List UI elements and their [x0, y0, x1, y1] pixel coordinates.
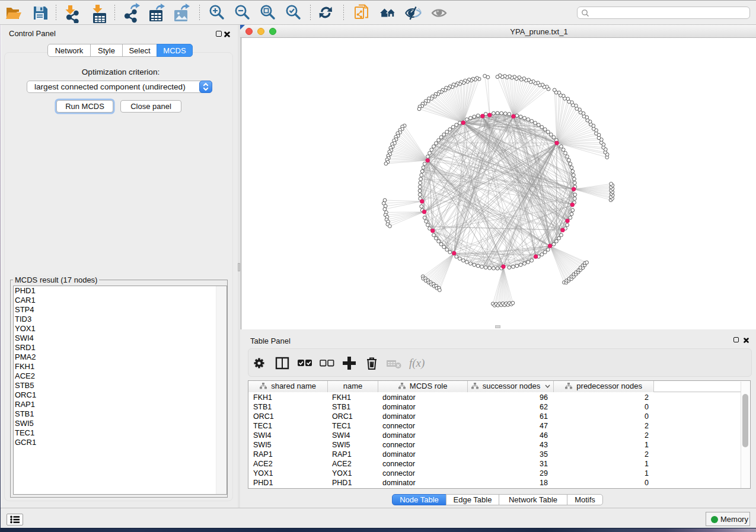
svg-text:f(x): f(x) [409, 357, 425, 370]
